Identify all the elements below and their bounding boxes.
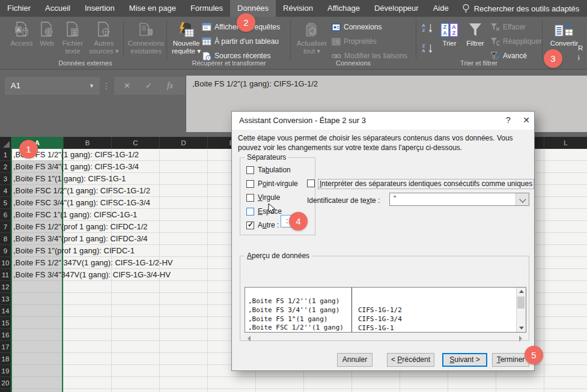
data-preview-box[interactable]: ,Boite FS 1/2''(1 gang) CIFS-1G-1/2 ,Boi… <box>245 287 526 333</box>
chevron-down-icon <box>519 196 526 202</box>
row-header[interactable]: 10 <box>0 257 11 269</box>
grid-row[interactable]: 21 <box>0 389 587 392</box>
assistant-conversion-dialog: Assistant Conversion - Étape 2 sur 3 ? ✕… <box>231 111 535 371</box>
preview-row: ,Boite FS 1/2''(1 gang) CIFS-1G-1/2 <box>245 288 526 297</box>
help-icon[interactable]: ? <box>502 115 514 125</box>
row-header[interactable]: 11 <box>0 269 11 281</box>
tab-affichage[interactable]: Affichage <box>320 0 367 17</box>
row-header[interactable]: 9 <box>0 245 11 257</box>
tab-accueil[interactable]: Accueil <box>38 0 78 17</box>
cell-text: ,Boite FSC 3/4"(1 gang): CIFSC-1G-3/4 <box>13 197 150 209</box>
checkbox-virgule[interactable]: Virgule <box>246 193 280 202</box>
row-header[interactable]: 13 <box>0 293 11 305</box>
group-label-trier-filtrer: Trier et filtrer <box>418 59 540 67</box>
row-header[interactable]: 20 <box>0 377 11 389</box>
svg-text:A: A <box>452 24 456 30</box>
down-arrow-icon <box>428 23 433 33</box>
tab-aide[interactable]: Aide <box>426 0 456 17</box>
terminer-button[interactable]: Terminer <box>492 353 529 367</box>
row-header[interactable]: 1 <box>0 149 11 161</box>
column-header-B[interactable]: B <box>63 137 111 149</box>
tab-insertion[interactable]: Insertion <box>78 0 122 17</box>
row-header[interactable]: 14 <box>0 305 11 317</box>
row-header[interactable]: 17 <box>0 341 11 353</box>
proprietes-button[interactable]: Propriétés <box>332 35 377 48</box>
insert-function-icon[interactable]: fx <box>167 77 173 95</box>
tabulation-checkbox[interactable] <box>246 166 254 174</box>
row-header[interactable]: 7 <box>0 221 11 233</box>
espace-checkbox[interactable] <box>246 208 254 216</box>
properties-icon <box>332 38 341 46</box>
cancel-entry-icon[interactable]: ✕ <box>124 77 130 95</box>
effacer-button[interactable]: Effacer <box>490 20 526 34</box>
select-all-corner[interactable] <box>0 137 11 149</box>
sort-za-button[interactable]: ZA <box>422 42 433 55</box>
divider <box>123 22 124 56</box>
tab-mise-en-page[interactable]: Mise en page <box>122 0 183 17</box>
dialog-title: Assistant Conversion - Étape 2 sur 3 <box>239 116 366 125</box>
scrollbar-thumb[interactable] <box>517 297 525 309</box>
annuler-button[interactable]: Annuler <box>337 353 373 367</box>
name-box[interactable]: A1 ▼ <box>5 77 100 95</box>
mouse-cursor <box>268 203 277 215</box>
row-header[interactable]: 8 <box>0 233 11 245</box>
row-header[interactable]: 18 <box>0 353 11 365</box>
down-arrow-icon <box>428 44 433 53</box>
tell-me-search[interactable]: Rechercher des outils adaptés <box>456 0 586 17</box>
precedent-button[interactable]: < Précédent <box>387 353 434 367</box>
row-header[interactable]: 2 <box>0 161 11 173</box>
virgule-checkbox[interactable] <box>246 194 254 202</box>
connexions-button[interactable]: Connexions <box>332 20 382 34</box>
checkbox-point-virgule[interactable]: Point-virgule <box>246 179 298 188</box>
row-header[interactable]: 15 <box>0 317 11 329</box>
grid-row[interactable]: 20 <box>0 377 587 389</box>
suivant-button[interactable]: Suivant > <box>442 353 487 367</box>
interpret-checkbox[interactable] <box>307 179 315 187</box>
sort-az-button[interactable]: AZ <box>422 22 433 35</box>
combo-dropdown-button[interactable] <box>516 193 529 205</box>
tab-fichier[interactable]: Fichier <box>0 0 38 17</box>
row-header[interactable]: 5 <box>0 197 11 209</box>
a-partir-tableau-button[interactable]: À partir d'un tableau <box>202 35 279 48</box>
row-header[interactable]: 4 <box>0 185 11 197</box>
point-virgule-checkbox[interactable] <box>246 180 254 188</box>
tab-formules[interactable]: Formules <box>183 0 230 17</box>
preview-vertical-scrollbar[interactable] <box>516 288 526 332</box>
close-icon[interactable]: ✕ <box>520 115 532 125</box>
checkbox-tabulation[interactable]: Tabulation <box>246 166 291 174</box>
row-header[interactable]: 6 <box>0 209 11 221</box>
column-header-C[interactable]: C <box>111 137 159 149</box>
cell-text: ,Boite FS 1"(prof 1 gang): CIFDC-1 <box>13 245 135 257</box>
row-header[interactable]: 16 <box>0 329 11 341</box>
row-header[interactable]: 3 <box>0 173 11 185</box>
formula-buttons: ✕ ✓ fx <box>114 77 185 95</box>
column-header-L[interactable]: L <box>544 137 587 149</box>
formula-bar-grip[interactable]: ⋮ <box>102 77 111 95</box>
row-header[interactable]: 19 <box>0 365 11 377</box>
row-header[interactable]: 21 <box>0 389 11 392</box>
dialog-titlebar[interactable]: Assistant Conversion - Étape 2 sur 3 ? ✕ <box>232 112 534 130</box>
sort-az-icon: AZ <box>422 23 425 33</box>
confirm-entry-icon[interactable]: ✓ <box>145 77 152 95</box>
row-header[interactable]: 12 <box>0 281 11 293</box>
tab-revision[interactable]: Révision <box>276 0 320 17</box>
column-header-D[interactable]: D <box>159 137 207 149</box>
advanced-filter-icon <box>490 52 500 60</box>
scroll-right-icon[interactable] <box>519 336 522 342</box>
checkbox-interpret-consecutive[interactable]: Interpréter des séparateurs identiques c… <box>307 179 534 188</box>
scroll-down-icon[interactable] <box>519 327 524 330</box>
ribbon: A Access Web Fichier texte Autres source… <box>0 17 587 70</box>
name-box-dropdown-icon[interactable]: ▼ <box>89 77 94 95</box>
checkbox-autre[interactable]: Autre : <box>246 221 279 229</box>
autre-checkbox[interactable] <box>246 222 254 229</box>
reappliquer-button[interactable]: Réappliquer <box>490 35 542 48</box>
sort-za-icon: ZA <box>422 44 425 53</box>
text-qualifier-combobox[interactable]: " <box>389 193 529 206</box>
tab-developpeur[interactable]: Développeur <box>367 0 426 17</box>
scroll-left-icon[interactable] <box>248 336 251 342</box>
cell-text: ,Boite FS 1/2"(prof 1 gang): CIFDC-1/2 <box>13 221 148 233</box>
tab-donnees[interactable]: Données <box>230 0 276 17</box>
text-qualifier-value: " <box>394 194 396 203</box>
access-icon: A <box>8 20 35 40</box>
scroll-up-icon[interactable] <box>519 290 524 293</box>
